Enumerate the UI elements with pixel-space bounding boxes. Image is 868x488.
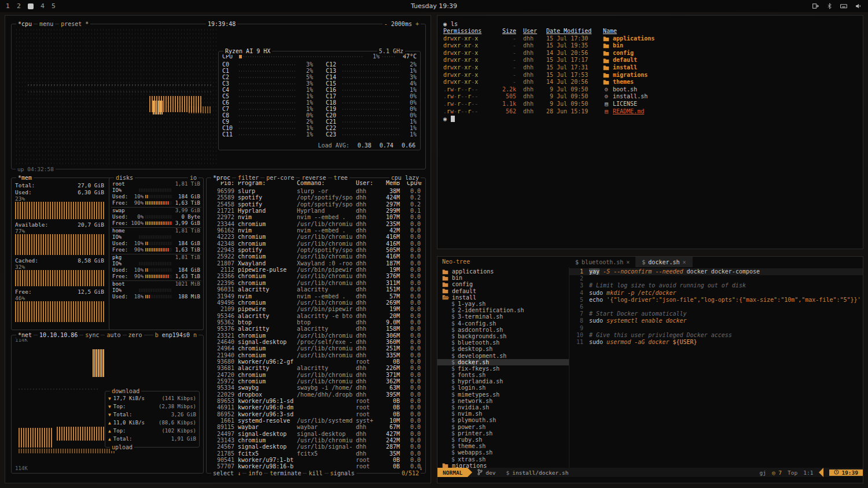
keyboard-icon[interactable] — [840, 2, 848, 10]
kill-action[interactable]: kill — [307, 469, 324, 477]
tree-item[interactable]: $ xtras.sh — [437, 456, 569, 462]
signals-action[interactable]: signals — [329, 469, 356, 477]
process-row[interactable]: 96031 alacritty alacritty dhh 151M 0.0 — [208, 286, 424, 293]
terminal-window[interactable]: ◉ ls Permissions Size User Date Modified… — [437, 15, 863, 249]
io-toggle[interactable]: io — [188, 174, 198, 182]
process-row[interactable]: 46911 kworker/u96:0-dm root 0B 0.0 — [208, 404, 424, 411]
process-row[interactable]: 21940 chromium /usr/lib/chromium/ dhh 33… — [208, 352, 424, 358]
tree-item[interactable]: $ bin — [437, 275, 569, 281]
tree-item[interactable]: $ install — [437, 294, 569, 301]
process-row[interactable]: 1661 systemd-resolve /usr/lib/systemd/s … — [208, 417, 424, 424]
tree-item[interactable]: $ theme.sh — [437, 443, 569, 449]
tree-item[interactable]: $ migrations — [437, 463, 569, 468]
process-row[interactable]: 89653 kworker/u96:1-sd root 0B 0.0 — [208, 398, 424, 404]
editor-pane[interactable]: 1yay -S --noconfirm --needed docker dock… — [569, 267, 863, 468]
process-row[interactable]: 96599 slurp slurp -or dhh 38M 0.0 — [208, 188, 424, 194]
tree-item[interactable]: $ asdcontrol.sh — [437, 327, 569, 333]
process-row[interactable]: 24567 signal-desktop /usr/lib/signal-de … — [208, 443, 424, 450]
tree-item[interactable]: $ fix-fkeys.sh — [437, 365, 569, 372]
workspace-item[interactable]: 5 — [52, 2, 56, 10]
tree-item[interactable]: $ default — [437, 288, 569, 294]
process-row[interactable]: 42348 chromium /usr/lib/chromium/ dhh 41… — [208, 241, 424, 247]
command-line[interactable] — [437, 477, 863, 483]
tree-item[interactable]: $ ruby.sh — [437, 437, 569, 443]
process-row[interactable]: 31949 nvim nvim --embed . dhh 57M 0.0 — [208, 293, 424, 300]
sync-toggle[interactable]: sync — [83, 331, 101, 339]
process-row[interactable]: 22972 nvim nvim --embed . dhh 107M 0.0 — [208, 214, 424, 220]
preset-button[interactable]: preset * — [59, 20, 90, 28]
auto-toggle[interactable]: auto — [105, 331, 122, 339]
process-row[interactable]: 22029 dropbox /home/dhh/.dropbox dhh 395… — [208, 391, 424, 398]
process-row[interactable]: 23143 chromium /usr/lib/chromium/ dhh 24… — [208, 437, 424, 443]
process-row[interactable]: 86952 kworker/u96:3-sd root 0B 0.0 — [208, 411, 424, 417]
workspace-item[interactable]: 1 — [6, 2, 10, 10]
process-row[interactable]: 93681 alacritty alacritty dhh 226M 0.0 — [208, 365, 424, 371]
editor-line[interactable]: 9 — [569, 325, 863, 332]
terminate-action[interactable]: terminate — [268, 469, 303, 477]
sort-mode[interactable]: cpu lazy — [389, 174, 421, 182]
process-row[interactable]: 25589 spotify /opt/spotify/spoti dhh 424… — [208, 194, 424, 201]
net-box-label[interactable]: *net — [16, 331, 34, 339]
process-row[interactable]: 93680 kworker/u96:2-gf root 0B 0.0 — [208, 358, 424, 365]
editor-line[interactable]: 5echo '{"log-driver":"json-file","log-op… — [569, 297, 863, 304]
zero-toggle[interactable]: zero — [127, 331, 144, 339]
mem-box-label[interactable]: *mem — [16, 174, 34, 182]
process-row[interactable]: 21807 Xwayland Xwayland :0 -rootl dhh 18… — [208, 260, 424, 267]
process-row[interactable]: 24720 chromium /usr/lib/chromium/ dhh 37… — [208, 372, 424, 378]
tree-item[interactable]: $ backgrounds.sh — [437, 333, 569, 339]
tree-item[interactable]: $ printer.sh — [437, 430, 569, 437]
close-icon[interactable]: × — [683, 259, 686, 265]
select-action[interactable]: select ↓ — [211, 469, 242, 477]
editor-line[interactable]: 11sudo usermod -aG docker ${USER} — [569, 339, 863, 346]
editor-line[interactable]: 1yay -S --noconfirm --needed docker dock… — [569, 268, 863, 275]
process-row[interactable]: 23321 chromium /usr/lib/chromium/ dhh 30… — [208, 332, 424, 339]
process-row[interactable]: 21721 Hyprland Hyprland dhh 299M 0.1 — [208, 208, 424, 214]
volume-icon[interactable] — [855, 2, 862, 10]
tree-item[interactable]: $ webapps.sh — [437, 449, 569, 456]
process-row[interactable]: 2109 pipewire /usr/bin/pipewire dhh 19M … — [208, 306, 424, 312]
proc-box-label[interactable]: *proc — [211, 174, 232, 182]
process-row[interactable]: 96162 nvim nvim --embed . dhh 42M 0.0 — [208, 227, 424, 234]
tree-item[interactable]: $ plymouth.sh — [437, 417, 569, 423]
process-row[interactable]: 89115 waybar waybar dhh 67M 0.0 — [208, 424, 424, 430]
close-icon[interactable]: × — [626, 259, 630, 265]
process-row[interactable]: 25458 spotify /opt/spotify/spoti dhh 297… — [208, 201, 424, 208]
tree-item[interactable]: $ bluetooth.sh — [437, 339, 569, 346]
per-core-toggle[interactable]: per-core — [264, 174, 296, 182]
cpu-box-label[interactable]: *cpu — [16, 20, 34, 28]
process-row[interactable]: 24640 signal-desktop /proc/self/exe --t … — [208, 339, 424, 345]
process-row[interactable]: 22396 chromium /usr/lib/chromium/ dhh 31… — [208, 280, 424, 286]
tree-toggle[interactable]: tree — [332, 174, 350, 182]
tree-item[interactable]: $ docker.sh — [437, 359, 569, 365]
workspace-item[interactable]: 4 — [41, 2, 45, 10]
screenshare-icon[interactable] — [812, 2, 819, 10]
process-row[interactable]: 24497 signal-desktop signal-desktop dhh … — [208, 431, 424, 437]
tree-item[interactable]: $ 2-identification.sh — [437, 307, 569, 313]
tree-item[interactable]: $ config — [437, 281, 569, 287]
process-row[interactable]: 95362 btop btop dhh 9.0M 0.0 — [208, 319, 424, 326]
process-row[interactable]: 22943 spotify /opt/spotify/spoti dhh 505… — [208, 247, 424, 253]
tree-item[interactable]: $ network.sh — [437, 398, 569, 404]
editor-line[interactable]: 10# Give this user privileged Docker acc… — [569, 332, 863, 339]
workspace-item[interactable]: 2 — [17, 2, 21, 10]
editor-line[interactable]: 8sudo systemctl enable docker — [569, 317, 863, 324]
process-row[interactable]: 23366 chromium /usr/lib/chromium/ dhh 37… — [208, 273, 424, 279]
tree-item[interactable]: $ nvidia.sh — [437, 404, 569, 411]
tree-item[interactable]: $ desktop.sh — [437, 346, 569, 352]
editor-line[interactable]: 7# Start Docker automatically — [569, 310, 863, 317]
process-row[interactable]: 25922 chromium /usr/lib/chromium/ dhh 41… — [208, 253, 424, 260]
process-row[interactable]: 23344 chromium /usr/lib/chromium/ dhh 23… — [208, 221, 424, 227]
topbar-clock[interactable]: Tuesday 19:39 — [411, 2, 457, 10]
buffer-tab[interactable]: $ bluetooth.sh × — [569, 257, 636, 267]
process-row[interactable]: 24964 chromium /usr/lib/chromium/ dhh 25… — [208, 345, 424, 352]
buffer-tab[interactable]: $ docker.sh × — [636, 257, 692, 267]
process-row[interactable]: 95334 swaybg swaybg -i /home/dh dhh 63M … — [208, 385, 424, 391]
editor-line[interactable]: 2 — [569, 275, 863, 282]
process-row[interactable]: 25972 chromium /usr/lib/chromium/ dhh 36… — [208, 378, 424, 385]
refresh-control[interactable]: - 2000ms + — [382, 20, 421, 28]
process-row[interactable]: 2112 pipewire-pulse /usr/bin/pipewire- d… — [208, 267, 424, 273]
tree-item[interactable]: $ nvim.sh — [437, 411, 569, 417]
reverse-toggle[interactable]: reverse — [300, 174, 328, 182]
editor-line[interactable]: 6 — [569, 304, 863, 310]
interface-label[interactable]: b enp194s0 n — [153, 331, 198, 339]
